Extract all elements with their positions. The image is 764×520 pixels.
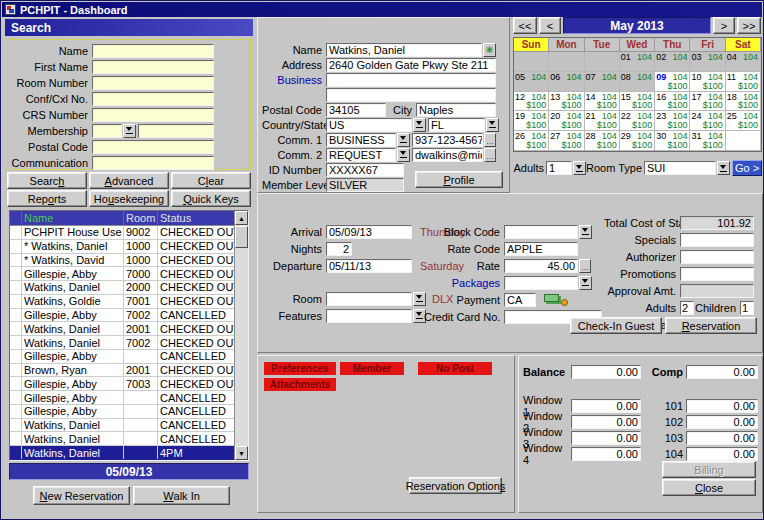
payment-input[interactable]: CA (504, 293, 536, 307)
calendar-day-cell[interactable]: 25104$100 (726, 111, 761, 131)
comm1-value-input[interactable]: 937-123-4567 (412, 133, 483, 147)
lamp-attachments[interactable]: Attachments (264, 378, 336, 391)
country-input[interactable]: US (326, 118, 412, 132)
calendar-day-cell[interactable]: 09104$100 (655, 72, 690, 92)
calendar-day-cell[interactable]: 06104 (549, 72, 584, 92)
comm2-dropdown-icon[interactable] (397, 148, 410, 162)
calendar-next-month-button[interactable]: > (713, 17, 735, 34)
features-input[interactable] (326, 309, 412, 323)
communication-input[interactable] (92, 156, 214, 170)
calendar-day-cell[interactable]: 22104$100 (620, 111, 655, 131)
profile-name-input[interactable]: Watkins, Daniel (326, 43, 482, 57)
comp-field[interactable]: 0.00 (686, 365, 758, 379)
table-row[interactable]: Brown, Ryan2001CHECKED OUT (10, 364, 234, 378)
window-amount-field[interactable]: 0.00 (571, 399, 641, 413)
table-row[interactable]: * Watkins, Daniel1000CHECKED OUT (10, 240, 234, 254)
calendar-day-cell[interactable]: 30104$100 (655, 131, 690, 151)
adults-dropdown-icon[interactable] (573, 161, 586, 175)
table-row[interactable]: Gillespie, Abby7000CHECKED OUT (10, 267, 234, 281)
table-row[interactable]: Gillespie, AbbyCANCELLED (10, 350, 234, 364)
calendar-day-cell[interactable]: 29104$100 (620, 131, 655, 151)
calendar-day-cell[interactable]: 02104 (655, 52, 690, 72)
calendar-day-cell[interactable]: 13104$100 (549, 92, 584, 112)
arrival-input[interactable]: 05/09/13 (326, 225, 412, 239)
table-row[interactable]: Watkins, Daniel4PM (10, 446, 234, 460)
adults-input[interactable]: 1 (546, 161, 572, 175)
results-scrollbar[interactable]: ▲ ▼ (234, 211, 248, 460)
calendar-day-cell[interactable]: 18104$100 (726, 92, 761, 112)
address-line2-input[interactable] (326, 88, 496, 102)
search-button[interactable]: Search (7, 172, 87, 189)
state-input[interactable]: FL (428, 118, 485, 132)
lamp-preferences[interactable]: Preferences (264, 362, 336, 375)
calendar-day-cell[interactable]: 27104$100 (549, 131, 584, 151)
lamp-no-post[interactable]: No Post (418, 362, 492, 375)
profile-button[interactable]: Profile (415, 171, 503, 188)
calendar-day-cell[interactable]: 23104$100 (655, 111, 690, 131)
table-row[interactable]: Watkins, Daniel2000CHECKED OUT (10, 281, 234, 295)
window-amount-field[interactable]: 0.00 (571, 415, 641, 429)
resv-adults-input[interactable]: 2 (680, 301, 694, 315)
profile-lookup-icon[interactable]: ❋ (483, 43, 496, 57)
comm1-ellipsis-icon[interactable]: … (484, 133, 496, 147)
calendar-day-cell[interactable]: 04104 (726, 52, 761, 72)
table-row[interactable]: PCHPIT House Use9002CHECKED OUT (10, 226, 234, 240)
room-number-input[interactable] (92, 76, 214, 90)
calendar-day-cell[interactable]: 03104 (690, 52, 725, 72)
folio-amount-field[interactable]: 0.00 (686, 415, 758, 429)
calendar-day-cell[interactable]: 14104$100 (585, 92, 620, 112)
quick-keys-button[interactable]: Quick Keys (171, 190, 251, 207)
membership-number-input[interactable] (138, 124, 214, 138)
folio-amount-field[interactable]: 0.00 (686, 447, 758, 461)
table-row[interactable]: Watkins, DanielCANCELLED (10, 432, 234, 446)
reservation-button[interactable]: Reservation (665, 317, 757, 334)
state-dropdown-icon[interactable] (486, 118, 499, 132)
comm2-value-input[interactable]: dwalkins@micros (412, 148, 483, 162)
calendar-day-cell[interactable]: 28104$100 (585, 131, 620, 151)
go-button[interactable]: Go > (732, 160, 762, 176)
departure-input[interactable]: 05/11/13 (326, 259, 412, 273)
conf-cxl-input[interactable] (92, 92, 214, 106)
city-input[interactable]: Naples (416, 103, 496, 117)
table-row[interactable]: Watkins, Goldie7001CHECKED OUT (10, 295, 234, 309)
block-code-dropdown-icon[interactable] (579, 225, 592, 239)
first-name-input[interactable] (92, 60, 214, 74)
calendar-next-year-button[interactable]: >> (737, 17, 761, 34)
calendar-day-cell[interactable]: 12104$100 (514, 92, 549, 112)
name-input[interactable] (92, 44, 214, 58)
advanced-button[interactable]: Advanced (89, 172, 169, 189)
reservation-options-button[interactable]: Reservation Options (409, 477, 502, 494)
table-row[interactable]: Watkins, Daniel7002CHECKED OUT (10, 336, 234, 350)
new-reservation-button[interactable]: New Reservation (33, 486, 130, 505)
calendar-day-cell[interactable]: 11104$100 (726, 72, 761, 92)
clear-button[interactable]: Clear (171, 172, 251, 189)
calendar-day-cell[interactable]: 21104$100 (585, 111, 620, 131)
calendar-day-cell[interactable]: 15104$100 (620, 92, 655, 112)
calendar-day-cell[interactable]: 05104 (514, 72, 549, 92)
id-number-input[interactable]: XXXXX67 (326, 163, 404, 177)
membership-dropdown-icon[interactable] (123, 124, 136, 138)
lamp-member[interactable]: Member (340, 362, 404, 375)
table-row[interactable]: Watkins, Daniel2001CHECKED OUT (10, 322, 234, 336)
table-row[interactable]: Gillespie, AbbyCANCELLED (10, 391, 234, 405)
nights-input[interactable]: 2 (326, 242, 352, 256)
packages-input[interactable] (504, 276, 578, 290)
business-input[interactable] (326, 73, 496, 87)
calendar-prev-month-button[interactable]: < (539, 17, 561, 34)
scrollbar-thumb[interactable] (235, 226, 248, 248)
comm1-type-input[interactable]: BUSINESS (326, 133, 396, 147)
crs-number-input[interactable] (92, 108, 214, 122)
table-row[interactable]: Watkins, DanielCANCELLED (10, 419, 234, 433)
window-amount-field[interactable]: 0.00 (571, 431, 641, 445)
rate-code-input[interactable]: APPLE (504, 242, 578, 256)
calendar-day-cell[interactable]: 26104$100 (514, 131, 549, 151)
block-code-input[interactable] (504, 225, 578, 239)
calendar-day-cell[interactable]: 08104 (620, 72, 655, 92)
address-input[interactable]: 2640 Golden Gate Pkwy Ste 211 (326, 58, 496, 72)
room-type-dropdown-icon[interactable] (717, 161, 730, 175)
profile-postal-input[interactable]: 34105 (326, 103, 386, 117)
calendar-day-cell[interactable]: 10104$100 (690, 72, 725, 92)
folio-amount-field[interactable]: 0.00 (686, 399, 758, 413)
scroll-up-icon[interactable]: ▲ (235, 211, 248, 225)
scroll-down-icon[interactable]: ▼ (235, 446, 248, 460)
